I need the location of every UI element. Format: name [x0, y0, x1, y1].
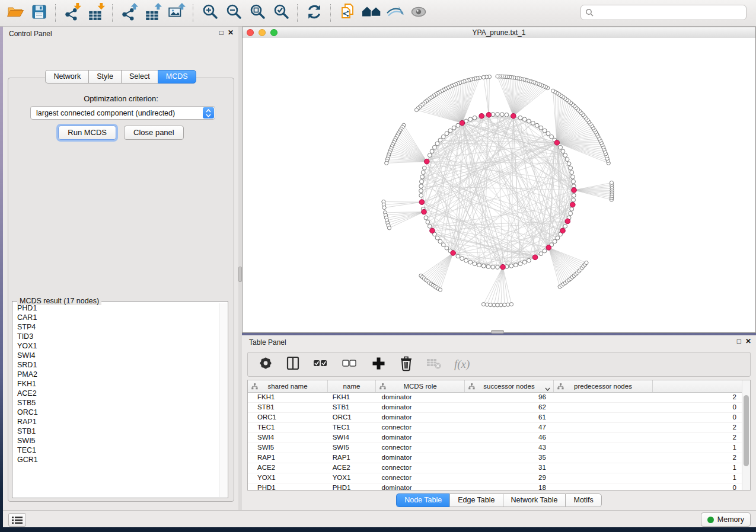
tab-motifs[interactable]: Motifs — [565, 493, 601, 507]
result-node-item[interactable]: PMA2 — [13, 370, 219, 379]
result-node-item[interactable]: TID3 — [13, 332, 219, 341]
float-table-panel-icon[interactable]: □ — [737, 337, 741, 345]
table-cell: dominator — [376, 413, 465, 422]
select-all-button[interactable] — [312, 355, 329, 373]
sitemap-icon — [379, 383, 386, 391]
table-row[interactable]: TEC1TEC1connector472 — [248, 423, 742, 433]
zoom-fit-button[interactable] — [245, 2, 269, 24]
tab-node-table[interactable]: Node Table — [396, 493, 449, 507]
add-button[interactable] — [371, 355, 387, 374]
status-bar: Memory — [3, 510, 756, 527]
network-graph[interactable] — [243, 38, 755, 332]
table-cell: 62 — [464, 403, 553, 412]
result-node-item[interactable]: ACE2 — [13, 389, 219, 398]
network-canvas[interactable] — [243, 38, 755, 332]
search-input[interactable] — [594, 7, 746, 18]
table-panel-tabs: Node TableEdge TableNetwork TableMotifs — [242, 493, 756, 507]
show-all-button[interactable] — [407, 2, 430, 24]
deselect-all-button[interactable] — [342, 355, 358, 373]
result-node-item[interactable]: FKH1 — [13, 379, 219, 389]
export-table-button[interactable] — [141, 2, 165, 24]
close-panel-button[interactable]: Close panel — [124, 126, 184, 140]
table-row[interactable]: RAP1RAP1dominator352 — [248, 453, 742, 463]
gear-button[interactable] — [258, 355, 273, 373]
result-node-item[interactable]: STP4 — [13, 322, 219, 332]
memory-button[interactable]: Memory — [701, 512, 751, 527]
table-scrollbar-thumb[interactable] — [744, 395, 749, 466]
mcds-result-list[interactable]: PHD1CAR1STP4TID3YOX1SWI4SRD1PMA2FKH1ACE2… — [13, 303, 219, 497]
result-node-item[interactable]: GCR1 — [13, 455, 219, 464]
control-panel-title: Control Panel — [9, 30, 52, 38]
duplicate-network-button[interactable] — [336, 2, 359, 24]
export-network-button[interactable] — [117, 2, 141, 24]
network-window: YPA_prune.txt_1 — [242, 27, 756, 333]
duplicate-network-icon — [339, 3, 356, 23]
first-neighbors-button[interactable] — [359, 2, 383, 24]
column-header-predecessor-nodes[interactable]: predecessor nodes — [554, 380, 653, 392]
tab-network[interactable]: Network — [45, 70, 88, 84]
tab-style[interactable]: Style — [88, 70, 121, 84]
zoom-selected-button[interactable] — [269, 2, 293, 24]
table-panel: Table Panel □ ✕ f(x) shared namenameMCDS… — [242, 335, 756, 510]
table-row[interactable]: SWI4SWI4dominator462 — [248, 433, 742, 443]
optimization-criterion-select[interactable]: largest connected component (undirected) — [30, 106, 215, 120]
table-cell: 43 — [464, 443, 553, 453]
import-table-icon — [87, 3, 105, 23]
column-header-name[interactable]: name — [328, 380, 376, 392]
result-node-item[interactable]: SWI5 — [13, 436, 219, 446]
tab-select[interactable]: Select — [121, 70, 158, 84]
import-network-button[interactable] — [60, 2, 84, 24]
tab-edge-table[interactable]: Edge Table — [449, 493, 502, 507]
export-image-button[interactable] — [165, 2, 189, 24]
table-row[interactable]: PHD1PHD1dominator180 — [248, 483, 742, 490]
table-row[interactable]: STB1STB1dominator620 — [248, 403, 742, 413]
columns-button[interactable] — [286, 355, 300, 373]
result-node-item[interactable]: PHD1 — [13, 303, 219, 313]
result-node-item[interactable]: TEC1 — [13, 446, 219, 455]
horizontal-splitter-handle[interactable] — [491, 330, 504, 334]
close-table-panel-icon[interactable]: ✕ — [745, 337, 751, 345]
table-row[interactable]: ACE2ACE2connector311 — [248, 463, 742, 473]
table-cell: 1 — [553, 443, 742, 453]
refresh-view-button[interactable] — [302, 2, 326, 24]
hide-selected-button[interactable] — [383, 2, 407, 24]
gear-icon — [258, 355, 273, 373]
result-node-item[interactable]: RAP1 — [13, 417, 219, 427]
result-node-item[interactable]: SWI4 — [13, 351, 219, 360]
result-node-item[interactable]: ORC1 — [13, 408, 219, 417]
close-panel-icon[interactable]: ✕ — [228, 28, 234, 37]
column-header-shared-name[interactable]: shared name — [248, 380, 328, 392]
result-node-item[interactable]: STB5 — [13, 398, 219, 408]
result-node-item[interactable]: SRD1 — [13, 360, 219, 370]
table-row[interactable]: FKH1FKH1dominator962 — [248, 393, 742, 403]
zoom-in-button[interactable] — [198, 2, 222, 24]
table-scrollbar[interactable] — [742, 380, 750, 490]
result-list-scrollbar[interactable] — [219, 303, 227, 497]
tab-network-table[interactable]: Network Table — [503, 493, 566, 507]
save-session-icon — [31, 4, 47, 23]
float-panel-icon[interactable]: □ — [219, 28, 224, 37]
table-row[interactable]: ORC1ORC1dominator610 — [248, 413, 742, 423]
column-header-successor-nodes[interactable]: successor nodes — [465, 380, 554, 392]
open-session-button[interactable] — [4, 2, 27, 24]
toolbar-icons — [0, 2, 430, 24]
tab-mcds[interactable]: MCDS — [158, 70, 196, 84]
task-history-button[interactable] — [8, 513, 26, 527]
import-table-button[interactable] — [84, 2, 108, 24]
column-header-MCDS-role[interactable]: MCDS role — [376, 380, 465, 392]
result-node-item[interactable]: STB1 — [13, 427, 219, 436]
table-cell: ORC1 — [248, 413, 328, 422]
zoom-out-button[interactable] — [222, 2, 245, 24]
table-row[interactable]: SWI5SWI5connector431 — [248, 443, 742, 453]
function-builder-button: f(x) — [454, 358, 470, 371]
columns-icon — [286, 355, 300, 373]
search-field[interactable] — [580, 5, 747, 20]
run-mcds-button[interactable]: Run MCDS — [58, 126, 116, 140]
result-node-item[interactable]: CAR1 — [13, 313, 219, 322]
network-window-titlebar[interactable]: YPA_prune.txt_1 — [243, 27, 755, 39]
save-session-button[interactable] — [27, 2, 51, 24]
result-node-item[interactable]: YOX1 — [13, 341, 219, 351]
delete-button[interactable] — [399, 355, 413, 374]
table-row[interactable]: YOX1YOX1connector291 — [248, 473, 742, 483]
table-body: FKH1FKH1dominator962STB1STB1dominator620… — [248, 393, 742, 490]
